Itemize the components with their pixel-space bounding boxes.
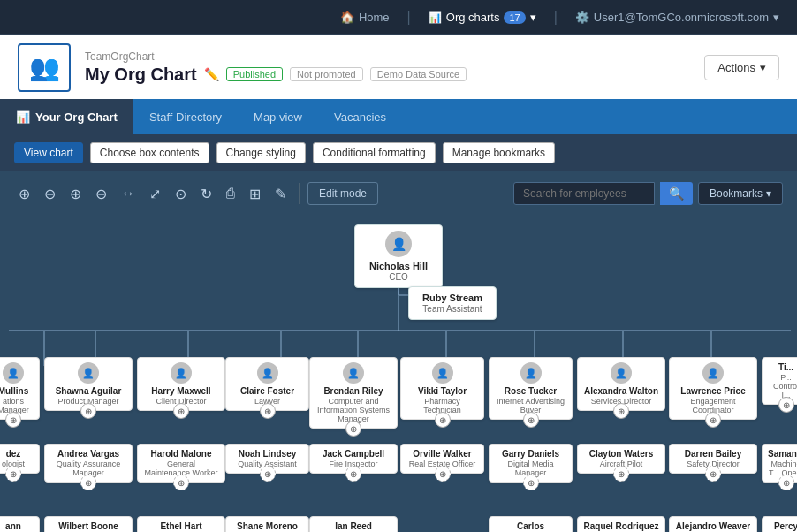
l3-node-8[interactable]: Darren Bailey Safety Director ⊕: [669, 444, 757, 474]
l2-expand-6[interactable]: ⊕: [523, 412, 539, 428]
l3-expand-8[interactable]: ⊕: [705, 466, 721, 482]
l2-title-9: P... Control I...: [768, 373, 797, 399]
l3-node-7[interactable]: Clayton Waters Aircraft Pilot ⊕: [577, 444, 665, 474]
assistant-node[interactable]: Ruby Stream Team Assistant: [408, 286, 497, 320]
l4-node-2[interactable]: Ethel Hart Programmer Analyst: [137, 516, 225, 532]
l3-node-6[interactable]: Garry Daniels Digital Media Manager ⊕: [489, 444, 573, 483]
l2-expand-4[interactable]: ⊕: [345, 421, 361, 437]
nav-user[interactable]: ⚙️ User1@TomGCo.onmicrosoft.com ▾: [575, 11, 779, 24]
home-label: Home: [359, 11, 390, 24]
l2-node-3[interactable]: 👤 Claire Foster Lawyer ⊕: [225, 357, 309, 411]
l4-node-6[interactable]: Raquel Rodriquez Medical Research Assist…: [577, 516, 665, 532]
bookmarks-dropdown-icon: ▾: [766, 187, 771, 200]
l2-avatar-5: 👤: [432, 362, 453, 384]
ceo-avatar: 👤: [385, 231, 412, 257]
l4-node-4[interactable]: Ian Reed Executive Services Administrato…: [309, 516, 398, 532]
l4-node-5[interactable]: Carlos Rodriguez Technical Support Engin…: [489, 516, 573, 532]
l2-expand-2[interactable]: ⊕: [173, 403, 189, 419]
l2-expand-3[interactable]: ⊕: [260, 403, 276, 419]
change-styling-button[interactable]: Change styling: [216, 142, 306, 163]
zoom-in-button[interactable]: ⊕: [14, 182, 34, 206]
remove-button[interactable]: ⊖: [91, 182, 111, 206]
l3-expand-9[interactable]: ⊕: [778, 475, 794, 490]
conditional-formatting-button[interactable]: Conditional formatting: [313, 142, 436, 163]
tab-staff-directory[interactable]: Staff Directory: [133, 99, 238, 134]
l3-node-9[interactable]: Samanth... Machine T... Ope... ⊕: [762, 444, 797, 483]
l2-node-4[interactable]: 👤 Brendan Riley Computer and Information…: [309, 357, 398, 429]
bookmarks-label: Bookmarks: [710, 187, 763, 200]
l3-expand-5[interactable]: ⊕: [435, 466, 451, 482]
move-button[interactable]: ↔: [117, 182, 140, 205]
header: 👥 TeamOrgChart My Org Chart ✏️ Published…: [0, 35, 797, 99]
l2-expand-8[interactable]: ⊕: [705, 412, 721, 428]
choose-box-button[interactable]: Choose box contents: [90, 142, 209, 163]
actions-dropdown-icon: ▾: [760, 61, 766, 74]
expand-button[interactable]: ⤢: [145, 182, 165, 206]
l3-node-3[interactable]: Noah Lindsey Quality Assistant ⊕: [225, 444, 309, 474]
not-promoted-badge[interactable]: Not promoted: [290, 67, 363, 81]
l2-node-1[interactable]: 👤 Shawna Aguilar Product Manager ⊕: [44, 357, 133, 411]
l3-name-5: Orville Walker: [406, 449, 478, 459]
tab-map-view[interactable]: Map view: [238, 99, 318, 134]
staff-directory-label: Staff Directory: [149, 110, 222, 124]
l2-name-9: Ti...: [768, 362, 797, 372]
l3-expand-7[interactable]: ⊕: [613, 466, 629, 482]
l3-node-2[interactable]: Harold Malone General Maintenance Worker…: [137, 444, 225, 483]
edit-title-icon[interactable]: ✏️: [204, 67, 219, 81]
ceo-name: Nicholas Hill: [362, 261, 435, 271]
l4-node-8[interactable]: Percy S... Real Estate...: [762, 516, 797, 532]
view-chart-button[interactable]: View chart: [14, 142, 83, 163]
l3-node-5[interactable]: Orville Walker Real Estate Officer ⊕: [400, 444, 484, 474]
l2-node-6[interactable]: 👤 Rose Tucker Internet Advertising Buyer…: [489, 357, 573, 420]
lasso-button[interactable]: ⊙: [171, 182, 191, 206]
tab-vacancies[interactable]: Vacancies: [318, 99, 402, 134]
l3-expand-0[interactable]: ⊕: [5, 466, 21, 482]
l3-node-4[interactable]: Jack Campbell Fire Inspector ⊕: [309, 444, 398, 474]
l3-expand-4[interactable]: ⊕: [345, 466, 361, 482]
l2-node-9[interactable]: Ti... P... Control I... ⊕: [762, 357, 797, 405]
refresh-button[interactable]: ↻: [196, 182, 216, 206]
l2-expand-0[interactable]: ⊕: [5, 412, 21, 428]
print-button[interactable]: ⎙: [222, 182, 239, 205]
l4-name-1: Wilbert Boone: [50, 521, 126, 531]
l4-node-7[interactable]: Alejandro Weaver Fund Raiser: [669, 516, 757, 532]
l4-node-3[interactable]: Shane Moreno Writer: [225, 516, 309, 532]
search-input[interactable]: [513, 182, 655, 205]
bookmarks-button[interactable]: Bookmarks ▾: [698, 182, 783, 205]
demo-data-badge[interactable]: Demo Data Source: [370, 67, 467, 81]
l2-expand-5[interactable]: ⊕: [435, 412, 451, 428]
nav-org-charts[interactable]: 📊 Org charts 17 ▾: [429, 11, 536, 24]
l3-name-1: Andrea Vargas: [50, 449, 126, 459]
add-button[interactable]: ⊕: [65, 182, 86, 206]
l2-name-6: Rose Tucker: [495, 386, 566, 396]
l2-expand-7[interactable]: ⊕: [613, 403, 629, 419]
tab-your-org-chart[interactable]: 📊 Your Org Chart: [0, 99, 133, 134]
l3-expand-1[interactable]: ⊕: [80, 475, 96, 490]
published-badge[interactable]: Published: [226, 67, 283, 81]
l3-expand-6[interactable]: ⊕: [523, 475, 539, 490]
l4-name-8: Percy S...: [768, 521, 797, 532]
l2-node-7[interactable]: 👤 Alexandra Walton Services Director ⊕: [577, 357, 665, 411]
ceo-node[interactable]: 👤 Nicholas Hill CEO: [354, 224, 443, 288]
edit-mode-button[interactable]: Edit mode: [307, 182, 378, 205]
l2-expand-1[interactable]: ⊕: [80, 403, 96, 419]
l2-node-0[interactable]: 👤 Mullins ations Manager ⊕: [0, 357, 40, 420]
l3-expand-2[interactable]: ⊕: [173, 475, 189, 490]
l2-avatar-8: 👤: [702, 362, 724, 384]
actions-button[interactable]: Actions ▾: [704, 55, 779, 80]
l2-node-2[interactable]: 👤 Harry Maxwell Client Director ⊕: [137, 357, 225, 411]
nav-home[interactable]: 🏠 Home: [340, 11, 390, 24]
search-button[interactable]: 🔍: [660, 182, 693, 205]
l3-expand-3[interactable]: ⊕: [260, 466, 276, 482]
l4-node-1[interactable]: Wilbert Boone Shipping and Receiving Cle…: [44, 516, 133, 532]
zoom-out-button[interactable]: ⊖: [40, 182, 60, 206]
manage-bookmarks-button[interactable]: Manage bookmarks: [443, 142, 555, 163]
l2-node-8[interactable]: 👤 Lawrence Price Engagement Coordinator …: [669, 357, 757, 420]
l3-node-1[interactable]: Andrea Vargas Quality Assurance Manager …: [44, 444, 133, 483]
l2-node-5[interactable]: 👤 Vikki Taylor Pharmacy Technician ⊕: [400, 357, 484, 420]
l3-node-0[interactable]: dez ologist ⊕: [0, 444, 40, 474]
edit-pencil-button[interactable]: ✎: [270, 182, 291, 206]
l4-node-0[interactable]: ann ts Closer: [0, 516, 40, 532]
export-button[interactable]: ⊞: [245, 182, 265, 206]
l2-expand-9[interactable]: ⊕: [778, 397, 794, 413]
